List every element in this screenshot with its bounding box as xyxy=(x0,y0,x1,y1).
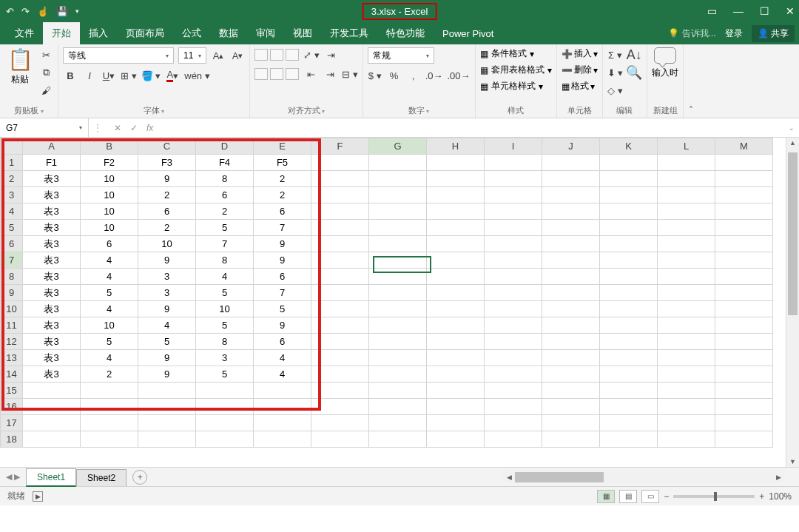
cell-B15[interactable] xyxy=(81,383,138,399)
font-color-button[interactable]: A ▾ xyxy=(165,68,180,83)
cell-G1[interactable] xyxy=(369,155,427,171)
cell-J1[interactable] xyxy=(542,155,600,171)
tab-special[interactable]: 特色功能 xyxy=(377,22,434,44)
cell-B2[interactable]: 10 xyxy=(81,171,138,187)
save-icon[interactable]: 💾 xyxy=(56,6,68,17)
cell-H14[interactable] xyxy=(427,366,485,383)
cell-J8[interactable] xyxy=(542,269,600,285)
accounting-button[interactable]: $ ▾ xyxy=(368,68,382,83)
column-header-D[interactable]: D xyxy=(196,138,254,155)
column-header-B[interactable]: B xyxy=(81,138,138,155)
cell-B12[interactable]: 5 xyxy=(81,334,138,350)
cell-D11[interactable]: 5 xyxy=(196,317,254,334)
cell-A17[interactable] xyxy=(23,415,81,431)
cell-H16[interactable] xyxy=(427,399,485,415)
cell-J11[interactable] xyxy=(542,317,600,334)
undo-icon[interactable]: ↶ xyxy=(6,6,14,17)
cell-D2[interactable]: 8 xyxy=(196,171,254,187)
cell-M1[interactable] xyxy=(715,155,773,171)
sheet-nav-buttons[interactable]: ◀ ▶ xyxy=(0,472,26,482)
font-size-select[interactable]: 11▾ xyxy=(178,47,206,64)
cell-I5[interactable] xyxy=(485,220,542,236)
tab-view[interactable]: 视图 xyxy=(284,22,321,44)
cell-B5[interactable]: 10 xyxy=(81,220,138,236)
cell-F14[interactable] xyxy=(311,366,369,383)
cell-M16[interactable] xyxy=(715,399,773,415)
cell-C17[interactable] xyxy=(138,415,196,431)
format-cells-button[interactable]: ▦格式 ▾ xyxy=(562,80,595,92)
cell-K11[interactable] xyxy=(600,317,658,334)
cell-A1[interactable]: F1 xyxy=(23,155,81,171)
cell-B17[interactable] xyxy=(81,415,138,431)
cell-L2[interactable] xyxy=(658,171,715,187)
cell-E14[interactable]: 4 xyxy=(254,366,311,383)
horizontal-align-buttons[interactable] xyxy=(254,68,299,80)
cell-I13[interactable] xyxy=(485,350,542,366)
cell-M13[interactable] xyxy=(715,350,773,366)
copy-icon[interactable]: ⧉ xyxy=(38,65,53,80)
cell-L11[interactable] xyxy=(658,317,715,334)
cell-J6[interactable] xyxy=(542,236,600,252)
tab-page-layout[interactable]: 页面布局 xyxy=(117,22,173,44)
column-header-J[interactable]: J xyxy=(542,138,600,155)
cell-J7[interactable] xyxy=(542,252,600,269)
row-header-6[interactable]: 6 xyxy=(1,236,23,252)
cell-E17[interactable] xyxy=(254,415,311,431)
cell-E18[interactable] xyxy=(254,431,311,448)
cell-A14[interactable]: 表3 xyxy=(23,366,81,383)
cell-K9[interactable] xyxy=(600,285,658,301)
cell-L17[interactable] xyxy=(658,415,715,431)
cell-K17[interactable] xyxy=(600,415,658,431)
normal-view-button[interactable]: ▦ xyxy=(597,490,615,503)
cell-D1[interactable]: F4 xyxy=(196,155,254,171)
row-header-10[interactable]: 10 xyxy=(1,301,23,317)
percent-button[interactable]: % xyxy=(387,68,402,83)
cell-M11[interactable] xyxy=(715,317,773,334)
cell-L4[interactable] xyxy=(658,203,715,220)
cell-K14[interactable] xyxy=(600,366,658,383)
cell-L15[interactable] xyxy=(658,383,715,399)
row-header-5[interactable]: 5 xyxy=(1,220,23,236)
cell-M8[interactable] xyxy=(715,269,773,285)
cell-H2[interactable] xyxy=(427,171,485,187)
column-header-A[interactable]: A xyxy=(23,138,81,155)
cell-G12[interactable] xyxy=(369,334,427,350)
fill-button[interactable]: ⬇ ▾ xyxy=(607,65,624,80)
cell-E7[interactable]: 9 xyxy=(254,252,311,269)
expand-formula-bar-icon[interactable]: ⌄ xyxy=(789,124,795,132)
comma-button[interactable]: , xyxy=(406,68,421,83)
cell-F5[interactable] xyxy=(311,220,369,236)
cell-A18[interactable] xyxy=(23,431,81,448)
cell-J14[interactable] xyxy=(542,366,600,383)
cell-I9[interactable] xyxy=(485,285,542,301)
cell-L16[interactable] xyxy=(658,399,715,415)
cell-I3[interactable] xyxy=(485,187,542,203)
cell-K16[interactable] xyxy=(600,399,658,415)
cell-A12[interactable]: 表3 xyxy=(23,334,81,350)
cell-M12[interactable] xyxy=(715,334,773,350)
cell-B9[interactable]: 5 xyxy=(81,285,138,301)
insert-cells-button[interactable]: ➕插入 ▾ xyxy=(562,47,598,60)
cell-C8[interactable]: 3 xyxy=(138,269,196,285)
cell-D13[interactable]: 3 xyxy=(196,350,254,366)
zoom-out-button[interactable]: − xyxy=(664,491,669,502)
tab-formulas[interactable]: 公式 xyxy=(173,22,210,44)
scroll-up-icon[interactable]: ▲ xyxy=(786,139,799,147)
cell-F18[interactable] xyxy=(311,431,369,448)
cell-G15[interactable] xyxy=(369,383,427,399)
cell-E3[interactable]: 2 xyxy=(254,187,311,203)
cell-K15[interactable] xyxy=(600,383,658,399)
cell-I11[interactable] xyxy=(485,317,542,334)
cell-B7[interactable]: 4 xyxy=(81,252,138,269)
collapse-ribbon-icon[interactable]: ˄ xyxy=(684,105,698,118)
cell-L18[interactable] xyxy=(658,431,715,448)
cell-I4[interactable] xyxy=(485,203,542,220)
cell-H7[interactable] xyxy=(427,252,485,269)
cell-L13[interactable] xyxy=(658,350,715,366)
cell-F3[interactable] xyxy=(311,187,369,203)
cell-M7[interactable] xyxy=(715,252,773,269)
column-header-I[interactable]: I xyxy=(485,138,542,155)
cell-D18[interactable] xyxy=(196,431,254,448)
row-header-15[interactable]: 15 xyxy=(1,383,23,399)
cell-D4[interactable]: 2 xyxy=(196,203,254,220)
